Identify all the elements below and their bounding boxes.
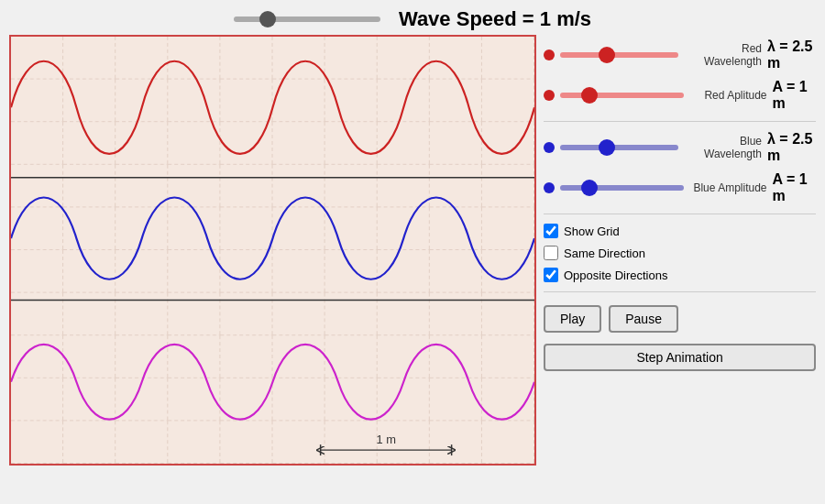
red-amplitude-value: A = 1 m — [773, 79, 817, 112]
blue-wavelength-label: Blue Wavelength — [684, 135, 762, 160]
pause-button[interactable]: Pause — [609, 305, 678, 333]
blue-amplitude-row: Blue Amplitude A = 1 m — [544, 171, 816, 204]
svg-rect-0 — [11, 37, 534, 464]
blue-wavelength-value: λ = 2.5 m — [767, 131, 816, 164]
red-wavelength-label: Red Wavelength — [684, 42, 762, 68]
same-direction-label[interactable]: Same Direction — [564, 247, 645, 260]
blue-amplitude-slider[interactable] — [560, 185, 684, 191]
show-grid-checkbox[interactable] — [544, 224, 558, 238]
red-wavelength-slider[interactable] — [560, 52, 678, 58]
blue-amplitude-label: Blue Amplitude — [689, 181, 767, 194]
controls-panel: Red Wavelength λ = 2.5 m Red Aplitude A … — [544, 35, 816, 495]
opposite-directions-checkbox[interactable] — [544, 268, 558, 282]
separator-1 — [544, 121, 816, 122]
svg-text:1 m: 1 m — [376, 433, 395, 446]
blue-amplitude-value: A = 1 m — [773, 171, 817, 204]
opposite-directions-label[interactable]: Opposite Directions — [564, 268, 667, 282]
show-grid-label[interactable]: Show Grid — [564, 225, 620, 238]
same-direction-row[interactable]: Same Direction — [544, 246, 816, 260]
show-grid-row[interactable]: Show Grid — [544, 224, 816, 238]
red-amplitude-slider[interactable] — [560, 93, 684, 98]
red-amplitude-label: Red Aplitude — [689, 89, 767, 102]
wave-canvas: 1 m — [9, 35, 536, 466]
blue-dot-amplitude — [544, 182, 555, 193]
playback-buttons: Play Pause — [544, 305, 816, 333]
wave-speed-title: Wave Speed = 1 m/s — [399, 7, 591, 31]
red-wavelength-row: Red Wavelength λ = 2.5 m — [544, 38, 816, 71]
step-animation-button[interactable]: Step Animation — [544, 344, 816, 371]
red-dot-amplitude — [544, 90, 555, 101]
blue-wavelength-slider[interactable] — [560, 145, 678, 150]
separator-3 — [544, 291, 816, 292]
blue-dot-wavelength — [544, 142, 555, 153]
wave-svg: 1 m — [11, 37, 534, 464]
opposite-directions-row[interactable]: Opposite Directions — [544, 268, 816, 282]
main-content: 1 m Red Wavelength λ = 2.5 m Red Aplitud… — [0, 35, 825, 504]
blue-wavelength-row: Blue Wavelength λ = 2.5 m — [544, 131, 816, 164]
same-direction-checkbox[interactable] — [544, 246, 558, 260]
speed-slider-container[interactable] — [234, 16, 380, 22]
red-wavelength-value: λ = 2.5 m — [767, 38, 816, 71]
play-button[interactable]: Play — [544, 305, 601, 333]
red-amplitude-row: Red Aplitude A = 1 m — [544, 79, 816, 112]
top-bar: Wave Speed = 1 m/s — [0, 0, 825, 35]
red-dot-wavelength — [544, 49, 555, 60]
speed-slider[interactable] — [234, 16, 380, 22]
separator-2 — [544, 214, 816, 214]
